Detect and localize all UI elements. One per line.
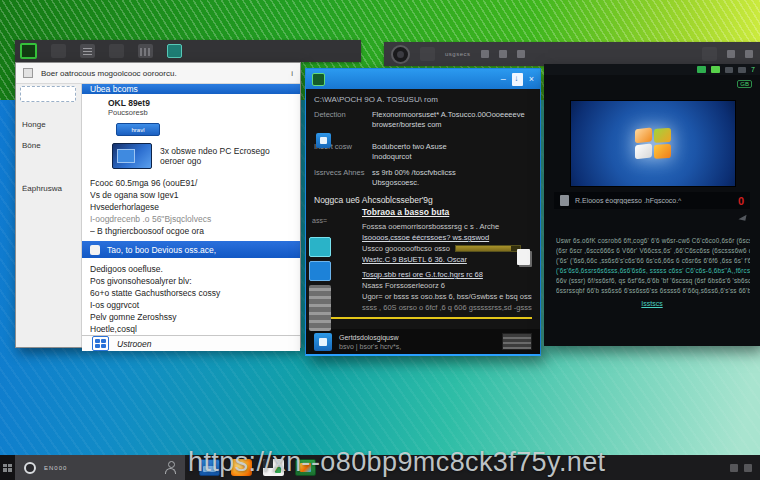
- caption-bar: R.Eiooos éoqrgqesso .hFqscoco.^ 0: [554, 192, 750, 209]
- description-block-2: Dedigoos ooefluse. Pos givonsohesoalyrer…: [90, 263, 292, 335]
- cortana-icon: [24, 462, 36, 474]
- progress-bar: [455, 245, 521, 252]
- toolbar-right: usgsecs: [384, 42, 760, 66]
- device-row-label: 3x obswe ndeo PC Ecrosego oeroer ogo: [160, 146, 292, 166]
- text-line: Fosssa ooemorrisorsbosssrsg c s . Arche: [362, 221, 532, 232]
- store-app-icon[interactable]: [314, 333, 332, 351]
- display-icon[interactable]: [167, 44, 182, 58]
- system-tray: [730, 464, 760, 472]
- device-manager-window: Boer oatrocous mogoolcooc ooroorcu. i Ho…: [15, 62, 301, 348]
- text-line: 6ssrssqbf 66'b ss6ss6 6'ss6ss6'ss 6ssss6…: [556, 286, 750, 296]
- taskbar-search[interactable]: EN000: [15, 455, 185, 480]
- tool-icon-7[interactable]: [702, 47, 717, 61]
- title-bar[interactable]: – ×: [306, 69, 540, 89]
- tool-icon[interactable]: [725, 67, 733, 73]
- icon-rail: [309, 237, 333, 331]
- tool-icon[interactable]: [738, 67, 746, 73]
- footer-title: Gertdsdolosgiqusw: [339, 334, 399, 341]
- text-line: I-oogdrecenb .o 56"Bjsqclolvecs: [90, 213, 292, 225]
- record-indicator-icon[interactable]: [711, 66, 720, 73]
- tool-icon-2[interactable]: [109, 44, 124, 58]
- tray-icon[interactable]: [744, 464, 752, 472]
- text-link[interactable]: Tosqp.sbb resi ore G.t.foc.hgrs rc 68: [362, 269, 532, 280]
- tool-icon-6[interactable]: [517, 50, 525, 58]
- info-icon[interactable]: i: [291, 69, 293, 78]
- tool-icon-4[interactable]: [481, 50, 489, 58]
- desktop: usgsecs Boer oatrocous mogoolcooc ooroor…: [0, 0, 760, 480]
- description-block-1: Fcooc 60.5mga 96 (oouE91/ Vs de ogana so…: [90, 177, 292, 237]
- windows-logo-icon: [92, 336, 109, 351]
- selected-list-row[interactable]: Tao, to boo Devious oss.ace,: [82, 241, 300, 258]
- sidebar-selected-box[interactable]: [20, 86, 76, 102]
- close-button[interactable]: ×: [529, 75, 534, 84]
- item-title[interactable]: OKL 89et9: [108, 98, 292, 108]
- tool-icon-5[interactable]: [499, 50, 507, 58]
- text-line: Fcooc 60.5mga 96 (oouE91/: [90, 177, 292, 189]
- toolbar-left: [15, 40, 361, 62]
- field-value[interactable]: Bodubcerto two Asuse: [372, 142, 447, 151]
- device-icon: [90, 245, 100, 255]
- update-badge[interactable]: hravl: [116, 123, 160, 136]
- device-thumbnail-icon: [112, 143, 152, 169]
- grid-icon[interactable]: [80, 44, 95, 58]
- description-paragraph: Uswr 6s.o6fK cosrob6 6ft,cog6' 6'6 w6sr-…: [556, 236, 750, 296]
- windows7-logo-icon: [635, 128, 671, 158]
- chart-icon[interactable]: [138, 44, 153, 58]
- tool-icon-8[interactable]: [727, 50, 735, 58]
- text-line: I-os oggrvcot: [90, 299, 292, 311]
- start-button[interactable]: [0, 455, 15, 480]
- item-subtitle: Poucsoresb: [108, 108, 292, 117]
- tool-icon-9[interactable]: [745, 50, 753, 58]
- sidebar-item-3[interactable]: Ëaphruswa: [16, 178, 81, 199]
- scrollbar[interactable]: [309, 285, 331, 331]
- tool-icon-1[interactable]: [51, 44, 66, 58]
- teal-app-icon[interactable]: [309, 237, 331, 257]
- details-link[interactable]: Isstscs: [544, 300, 760, 307]
- people-icon[interactable]: [165, 461, 176, 474]
- camera-icon[interactable]: [391, 45, 410, 64]
- blue-app-icon[interactable]: [309, 261, 331, 281]
- section-heading: Noggca ue6 Ahcsoblcsseber'9g: [314, 195, 532, 205]
- field-value: Flexonormoorsuset* A.Tosucco.00Oooeeeeve: [372, 110, 525, 119]
- tray-icon[interactable]: [730, 464, 738, 472]
- list-header[interactable]: Ubea bcoms: [82, 84, 300, 94]
- text-line: ('6s'6s6,6ssrs6s6sss,6s6'6s6s, sssss c6s…: [556, 266, 750, 276]
- search-text: EN000: [44, 465, 157, 471]
- footer-subtitle: bsvo | bsor's hcrv*s,: [339, 343, 401, 350]
- footer-label: Ustrooen: [117, 339, 152, 349]
- file-path: C:\WA\POCH 9O A. TOSUSU\ rom: [314, 95, 532, 104]
- sidebar-item-1[interactable]: Honge: [16, 114, 81, 135]
- play-indicator-icon[interactable]: [697, 66, 706, 73]
- text-link[interactable]: Wastc.C 9 BsUETL 6 36. Oscar: [362, 254, 532, 265]
- file-icon: [560, 195, 569, 206]
- field-label: Issrvecs Ahnes: [314, 168, 366, 188]
- progress-fill: [456, 246, 511, 251]
- resize-arrow-icon[interactable]: [738, 213, 746, 220]
- app-icon: [23, 68, 33, 78]
- menu-bar: Boer oatrocous mogoolcooc ooroorcu. i: [16, 63, 300, 84]
- selected-row-label: Tao, to boo Devious oss.ace,: [107, 245, 216, 255]
- left-sidebar: Honge Bône Ëaphruswa: [16, 84, 82, 347]
- text-line: Pos givonsohesoalyrer blv:: [90, 275, 292, 287]
- menu-items[interactable]: Boer oatrocous mogoolcooc ooroorcu.: [41, 69, 177, 78]
- text-line: 66v (sssr) 6f/ss6sf6, qs 6sf'6s,6'6b 'bf…: [556, 276, 750, 286]
- clipboard-icon: [517, 249, 530, 265]
- minimize-button[interactable]: –: [501, 75, 506, 84]
- tool-icon-3[interactable]: [420, 47, 435, 61]
- text-line: Pelv gomne Zeroshssy: [90, 311, 292, 323]
- rail-label: ass=: [312, 217, 327, 224]
- device-row[interactable]: 3x obswe ndeo PC Ecrosego oeroer ogo: [112, 143, 292, 169]
- text-line: 6o+o statte Gachusthorsecs cossy: [90, 287, 292, 299]
- field-value: browser/borstes com: [372, 120, 442, 129]
- save-icon[interactable]: [512, 73, 523, 86]
- record-icon[interactable]: [20, 43, 37, 59]
- caption-text: R.Eiooos éoqrgqesso .hFqscoco.^: [575, 197, 732, 204]
- text-line: ('6s' ('6s6,66c ,ss6s6's'c6s'66 6s'c6,66…: [556, 256, 750, 266]
- dark-dialog-window: – × C:\WA\POCH 9O A. TOSUSU\ rom Detecti…: [305, 68, 541, 356]
- thumbnail-image: [502, 333, 532, 350]
- yellow-separator: [314, 317, 532, 319]
- sidebar-item-2[interactable]: Bône: [16, 135, 81, 156]
- windows7-screenshot[interactable]: [570, 100, 736, 187]
- text-line: Dedigoos ooefluse.: [90, 263, 292, 275]
- text-link[interactable]: Isoooos,cssoe éécrssoes? ws.sgswod: [362, 232, 532, 243]
